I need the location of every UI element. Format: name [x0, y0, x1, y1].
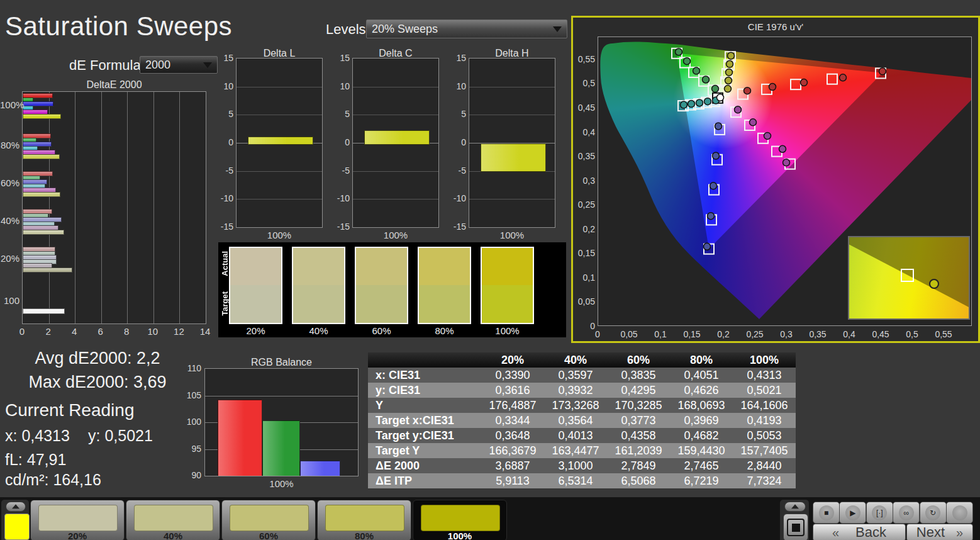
saturation-patch-button-60%[interactable]: 60%	[221, 500, 316, 540]
cie-ytick: 0,25	[574, 200, 595, 210]
deltae-bar-yellow	[23, 154, 60, 159]
table-cell: 157,7405	[733, 443, 796, 458]
extra-button[interactable]	[946, 502, 973, 524]
mini-gridline	[237, 199, 322, 200]
deltae-gridline	[49, 92, 50, 323]
table-row-label: Target y:CIE31	[368, 428, 481, 443]
refresh-icon: ↻	[925, 505, 940, 520]
cie-xtick: 0	[585, 329, 610, 339]
table-cell: 6,5314	[544, 473, 607, 488]
saturation-patch-button-20%[interactable]: 20%	[30, 500, 125, 540]
table-cell: 0,3564	[544, 413, 607, 428]
de-formula-dropdown[interactable]: 2000	[140, 56, 218, 74]
play-icon: ▶	[845, 505, 860, 520]
target-swatch	[419, 285, 470, 323]
collapse-up-button[interactable]	[6, 502, 26, 512]
table-row: ΔE 20003,68873,10002,78492,74652,8440	[368, 458, 796, 473]
mini-ytick: -10	[330, 193, 350, 203]
de-formula-value: 2000	[145, 59, 170, 72]
rgb-ytick: 110	[182, 363, 201, 373]
target-swatch	[293, 285, 344, 323]
deltae-bar-yellow	[23, 114, 61, 119]
target-swatch	[230, 285, 281, 323]
table-column-header: 100%	[733, 352, 796, 368]
current-reading-heading: Current Reading	[5, 400, 134, 420]
stop-square-icon	[787, 519, 805, 536]
mini-ytick: 15	[330, 53, 350, 63]
mini-gridline	[353, 87, 438, 87]
delta-bar	[364, 130, 430, 145]
cie-1976-panel: CIE 1976 u'v' 0,550,50,450,40,350,30,250…	[571, 16, 980, 343]
table-row: Target x:CIE310,33440,35640,37730,39690,…	[368, 413, 796, 428]
table-cell: 166,3679	[481, 443, 544, 458]
table-row: y: CIE310,36160,39320,42950,46260,5021	[368, 383, 796, 398]
table-row-label: x: CIE31	[368, 368, 481, 383]
chevron-down-icon	[203, 62, 212, 68]
deltae-bar-white	[23, 308, 65, 314]
patch-label: 20%	[31, 531, 124, 540]
patch-label: 60%	[222, 531, 315, 540]
table-column-header: 80%	[670, 352, 733, 368]
patch-label: 40%	[126, 531, 220, 540]
table-cell: 2,7465	[670, 458, 733, 473]
cie-xtick: 0,5	[899, 329, 925, 339]
table-cell: 3,6887	[481, 458, 544, 473]
refresh-button[interactable]: ↻	[920, 502, 947, 524]
table-cell: 159,4430	[670, 443, 733, 458]
mini-ytick: 0	[446, 137, 466, 147]
deltae-xtick: 6	[93, 326, 108, 337]
deltae-xtick: 0	[14, 326, 30, 337]
reading-y: y: 0,5021	[88, 427, 153, 445]
deltae-group-label: 100%	[0, 99, 19, 110]
table-cell: 0,5021	[733, 383, 796, 398]
back-button[interactable]: « Back	[813, 524, 906, 540]
target-row-label: Target	[220, 291, 230, 316]
mini-ytick: 10	[330, 81, 350, 91]
deltae-xtick: 2	[41, 326, 56, 337]
levels-label: Levels:	[326, 21, 370, 38]
table-cell: 163,4477	[544, 443, 607, 458]
mini-ytick: -5	[446, 166, 466, 176]
actual-swatch	[356, 248, 407, 285]
patch-color-swatch	[134, 505, 213, 531]
collapse-up-button[interactable]	[784, 502, 806, 512]
levels-dropdown[interactable]: 20% Sweeps	[366, 20, 567, 38]
mini-ytick: 5	[213, 109, 233, 119]
cie-xtick: 0,55	[931, 329, 956, 339]
table-cell: 7,7324	[733, 473, 796, 488]
measurement-table: 20%40%60%80%100% x: CIE310,33900,35970,3…	[368, 352, 796, 488]
next-button[interactable]: Next »	[906, 524, 973, 540]
swatch-cell	[229, 247, 282, 324]
play-button[interactable]: ▶	[839, 502, 866, 524]
table-cell: 0,3932	[544, 383, 607, 398]
table-cell: 173,3268	[544, 398, 607, 413]
measure-button[interactable]: [·]	[866, 502, 893, 524]
mini-ytick: -10	[213, 193, 233, 203]
deltae-chart-title: DeltaE 2000	[22, 79, 206, 91]
stop-button[interactable]: ■	[813, 502, 840, 524]
deltae-chart	[22, 91, 206, 324]
saturation-patch-button-80%[interactable]: 80%	[317, 500, 411, 540]
table-cell: 0,4626	[670, 383, 733, 398]
stop-icon: ■	[819, 505, 834, 520]
continuous-button[interactable]: ∞	[893, 502, 920, 524]
cie-ytick: 0,55	[574, 54, 595, 64]
delta-bar	[481, 143, 546, 172]
rgb-bar-blue	[300, 461, 340, 476]
swatch-cell	[355, 247, 408, 324]
cie-xtick: 0,3	[774, 329, 799, 339]
cie-ytick: 0,2	[574, 224, 595, 234]
deltae-bar-yellow	[23, 230, 64, 235]
deltae-bar-yellow	[23, 267, 72, 273]
pattern-window-button[interactable]	[783, 514, 808, 540]
cie-ytick: 0,5	[574, 78, 595, 88]
back-arrow-icon: «	[832, 526, 839, 540]
saturation-patch-button-40%[interactable]: 40%	[126, 500, 220, 540]
rgb-xlabel: 100%	[204, 478, 359, 489]
actual-swatch	[482, 248, 533, 285]
reading-cdm2: cd/m²: 164,16	[5, 471, 101, 489]
mini-gridline	[469, 199, 555, 200]
table-cell: 0,3835	[607, 368, 670, 383]
cie-ytick: 0,45	[574, 103, 595, 113]
saturation-patch-button-100%[interactable]: 100%	[413, 500, 507, 540]
